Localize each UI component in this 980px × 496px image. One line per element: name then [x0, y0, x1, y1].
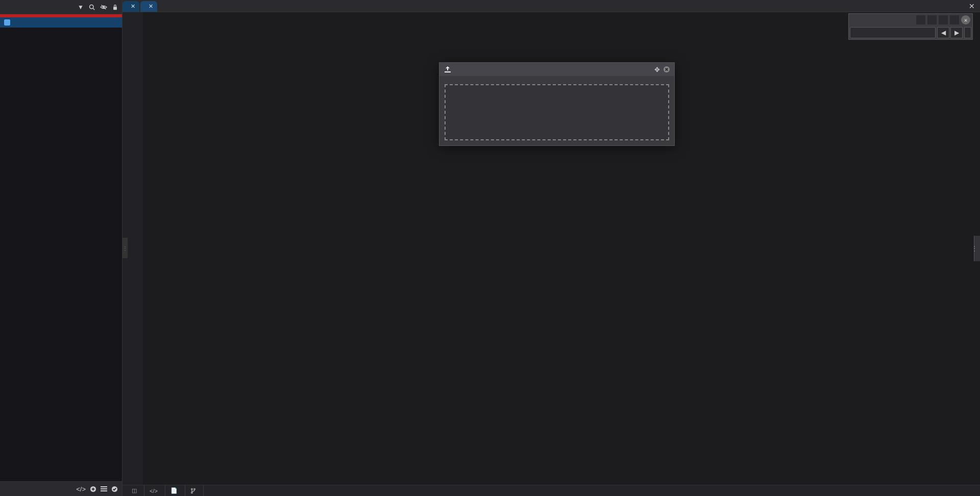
svg-point-0	[90, 5, 94, 9]
svg-rect-4	[113, 7, 117, 10]
upload-modal: ✥	[439, 62, 675, 146]
status-branch[interactable]	[185, 485, 204, 496]
left-panel-handle[interactable]: ⋮	[122, 238, 128, 258]
search-prev-button[interactable]: ◀	[937, 27, 949, 38]
tab-login[interactable]: ✕	[122, 1, 139, 12]
status-lang[interactable]: </>	[144, 485, 165, 496]
tab-bar: ✕ ✕ ✕	[122, 0, 980, 12]
right-panel-handle[interactable]: ⋮⋮	[974, 236, 980, 261]
projects-panel: </>	[0, 481, 122, 496]
upload-modal-header[interactable]: ✥	[439, 63, 674, 76]
sidebar: ▼ </>	[0, 0, 122, 496]
split-icon: ◫	[132, 487, 137, 494]
search-regex-toggle[interactable]	[916, 15, 925, 24]
svg-point-14	[194, 488, 195, 490]
code-icon: </>	[150, 488, 158, 494]
upload-dropzone[interactable]	[445, 84, 669, 140]
tab-readme[interactable]: ✕	[140, 1, 157, 12]
search-input[interactable]	[850, 27, 936, 38]
close-icon[interactable]	[663, 66, 670, 73]
filter-icon[interactable]: ▼	[78, 4, 84, 11]
search-case-toggle[interactable]	[927, 15, 937, 24]
search-panel: ✕ ◀ ▶	[848, 13, 973, 40]
upload-path	[439, 76, 674, 84]
file-tree[interactable]	[0, 28, 122, 481]
list-icon[interactable]	[101, 486, 107, 492]
close-icon[interactable]: ✕	[131, 3, 135, 10]
eye-off-icon[interactable]	[100, 4, 107, 10]
file-icon: 📄	[170, 487, 178, 494]
search-close-icon[interactable]: ✕	[961, 15, 970, 24]
upload-icon	[444, 65, 452, 73]
project-title-bar[interactable]	[0, 17, 122, 28]
close-icon[interactable]: ✕	[149, 3, 153, 10]
lock-icon[interactable]	[112, 4, 118, 10]
check-icon[interactable]	[111, 486, 118, 492]
search-word-toggle[interactable]	[939, 15, 948, 24]
main-area: ✕ ✕ ✕ ✕	[122, 0, 980, 496]
search-next-button[interactable]: ▶	[950, 27, 963, 38]
status-bar: ◫ </> 📄	[122, 485, 980, 496]
move-icon[interactable]: ✥	[654, 66, 660, 73]
status-path: 📄	[165, 485, 185, 496]
svg-point-12	[191, 488, 193, 490]
search-icon[interactable]	[89, 4, 95, 10]
close-all-tabs[interactable]: ✕	[964, 0, 980, 12]
search-selection-toggle[interactable]	[950, 15, 959, 24]
svg-point-13	[191, 492, 193, 493]
svg-line-1	[93, 8, 94, 10]
svg-rect-15	[445, 71, 451, 72]
status-cursor	[966, 485, 976, 496]
branch-icon	[190, 488, 196, 494]
search-all-button[interactable]	[964, 27, 971, 38]
projects-header: </>	[0, 482, 122, 496]
add-icon[interactable]	[90, 486, 96, 492]
status-split[interactable]: ◫	[127, 485, 144, 496]
project-icon	[4, 19, 10, 26]
file-manager-header: ▼	[0, 0, 122, 14]
code-icon[interactable]: </>	[76, 485, 86, 493]
